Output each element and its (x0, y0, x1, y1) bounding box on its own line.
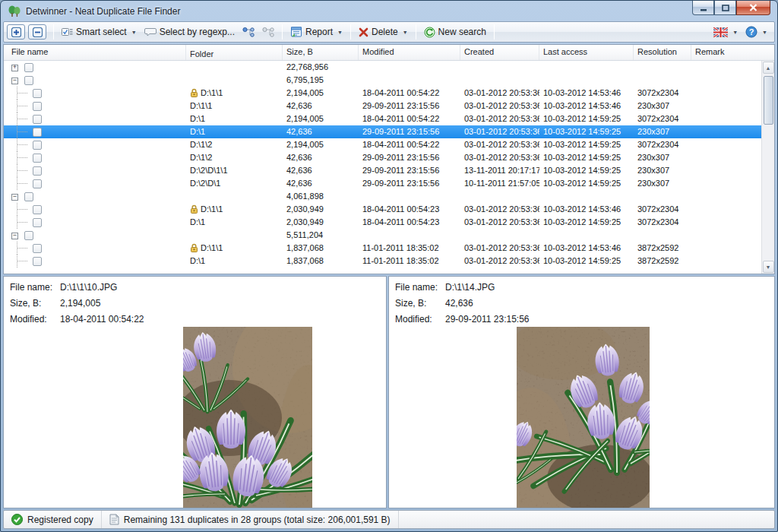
resolution-cell: 3072x2304 (634, 138, 691, 151)
select-by-regexp-button[interactable]: Select by regexp... (141, 25, 239, 39)
created-cell: 03-01-2012 20:53:36 (460, 203, 539, 216)
lock-icon (190, 204, 198, 214)
created-cell: 03-01-2012 20:53:36 (460, 87, 539, 100)
svg-text:?: ? (749, 27, 754, 36)
scroll-up-icon[interactable]: ▲ (763, 62, 774, 74)
vertical-scrollbar[interactable]: ▲ ▼ (761, 61, 774, 274)
minus-icon (33, 27, 43, 37)
row-checkbox[interactable] (24, 76, 33, 85)
ungroup-button[interactable] (258, 25, 278, 39)
row-checkbox[interactable] (24, 231, 33, 240)
report-button[interactable]: Report ▼ (286, 25, 346, 39)
row-checkbox[interactable] (33, 205, 42, 214)
column-header-folder[interactable]: Folder (186, 45, 283, 60)
expand-all-button[interactable] (7, 24, 25, 40)
folder-cell (186, 74, 283, 87)
help-button[interactable]: ? ▼ (742, 24, 771, 40)
table-row[interactable]: JPG14.JPGD:\1\242,63629-09-2011 23:15:56… (4, 151, 774, 164)
created-cell: 13-11-2011 20:17:17 (460, 164, 539, 177)
close-button[interactable] (736, 1, 770, 15)
created-cell (460, 74, 539, 87)
table-row[interactable]: JPG10.JPGD:\1\12,194,00518-04-2011 00:54… (4, 87, 774, 100)
column-header-created[interactable]: Created (460, 45, 539, 60)
table-row[interactable]: −2 images4,061,898 (4, 190, 774, 203)
table-row[interactable]: JPG10.JPGD:\1\22,194,00518-04-2011 00:54… (4, 138, 774, 151)
size-cell: 2,030,949 (283, 216, 359, 229)
tree-expander-icon[interactable]: + (11, 65, 18, 71)
title-bar[interactable]: Detwinner - Neat Duplicate File Finder (3, 1, 775, 21)
row-checkbox[interactable] (33, 89, 42, 98)
maximize-button[interactable] (714, 1, 736, 15)
tree-expander-icon[interactable]: − (11, 233, 18, 239)
column-header-remark[interactable]: Remark (691, 45, 761, 60)
file-name-cell: JPG10.JPG (4, 138, 186, 151)
row-checkbox[interactable] (33, 141, 42, 150)
row-checkbox[interactable] (33, 244, 42, 253)
chevron-down-icon: ▼ (403, 30, 408, 35)
language-selector[interactable]: ▼ (710, 26, 742, 39)
lock-icon (190, 88, 198, 98)
table-row[interactable]: JPG14.JPGD:\2\D\1\142,63629-09-2011 23:1… (4, 164, 774, 177)
size-cell: 6,795,195 (283, 74, 359, 87)
table-row[interactable]: JPG11.JPGD:\1\12,030,94918-04-2011 00:54… (4, 203, 774, 216)
tree-nodes-gray-icon (262, 27, 274, 37)
new-search-button[interactable]: New search (420, 25, 490, 40)
created-cell: 03-01-2012 20:53:36 (460, 242, 539, 255)
delete-button[interactable]: Delete ▼ (355, 25, 412, 39)
row-checkbox[interactable] (24, 63, 33, 72)
table-row[interactable]: −3 images5,511,204 (4, 229, 774, 242)
size-cell: 42,636 (283, 177, 359, 190)
file-name-cell: JPG14.JPG (4, 151, 186, 164)
size-cell: 2,194,005 (283, 138, 359, 151)
last-access-cell: 10-03-2012 14:59:25 (539, 112, 634, 125)
close-icon (749, 4, 757, 11)
row-checkbox[interactable] (33, 166, 42, 176)
remaining-section: Remaining 131 duplicates in 28 groups (t… (102, 511, 399, 528)
column-header-size[interactable]: Size, B (283, 45, 359, 60)
folder-cell (186, 61, 283, 74)
modified-cell: 29-09-2011 23:15:56 (359, 125, 460, 138)
table-row[interactable]: +12 images22,768,956 (4, 61, 774, 74)
collapse-all-button[interactable] (28, 24, 46, 40)
row-checkbox[interactable] (33, 179, 42, 188)
row-checkbox[interactable] (33, 154, 42, 163)
modified-cell: 18-04-2011 00:54:22 (359, 87, 460, 100)
resolution-cell: 230x307 (634, 164, 691, 177)
tree-guide (17, 222, 27, 223)
table-row[interactable]: JPG12.JPGD:\11,837,06811-01-2011 18:35:0… (4, 255, 774, 268)
row-checkbox[interactable] (33, 257, 42, 266)
group-by-button[interactable] (239, 25, 258, 39)
scrollbar-thumb[interactable] (764, 76, 773, 125)
table-row[interactable]: JPG14.JPGD:\1\142,63629-09-2011 23:15:56… (4, 100, 774, 112)
modified-cell (359, 190, 460, 203)
table-row[interactable]: JPG14.JPGD:\2\D\142,63629-09-2011 23:15:… (4, 177, 774, 190)
table-row[interactable]: JPG10.JPGD:\12,194,00518-04-2011 00:54:2… (4, 112, 774, 125)
column-header-modified[interactable]: Modified (359, 45, 460, 60)
smart-select-button[interactable]: Smart select ▼ (58, 25, 141, 39)
tree-expander-icon[interactable]: − (11, 194, 18, 201)
smart-select-icon (62, 27, 73, 36)
file-name-cell: −2 images (4, 190, 186, 203)
chevron-down-icon: ▼ (131, 30, 137, 35)
file-name-cell: JPG10.JPG (4, 112, 186, 125)
tree-expander-icon[interactable]: − (11, 78, 18, 84)
row-checkbox[interactable] (33, 128, 42, 137)
table-body: +12 images22,768,956−8 images6,795,195JP… (4, 61, 774, 274)
column-header-resolution[interactable]: Resolution (634, 45, 691, 60)
table-row[interactable]: JPG14.JPGD:\142,63629-09-2011 23:15:5603… (4, 125, 774, 138)
tree-guide (17, 157, 27, 158)
row-checkbox[interactable] (24, 192, 33, 201)
column-header-file-name[interactable]: File name (4, 45, 186, 60)
file-name-cell: −8 images (4, 74, 186, 87)
last-access-cell: 10-03-2012 14:59:25 (539, 164, 634, 177)
table-row[interactable]: JPG12.JPGD:\1\11,837,06811-01-2011 18:35… (4, 242, 774, 255)
minimize-button[interactable] (692, 1, 714, 15)
table-row[interactable]: JPG11.JPGD:\12,030,94918-04-2011 00:54:2… (4, 216, 774, 229)
row-checkbox[interactable] (33, 115, 42, 124)
column-header-last-access[interactable]: Last access (539, 45, 634, 60)
row-checkbox[interactable] (33, 102, 42, 111)
file-name-cell: JPG14.JPG (4, 100, 186, 112)
scroll-down-icon[interactable]: ▼ (763, 261, 774, 273)
row-checkbox[interactable] (33, 218, 42, 227)
table-row[interactable]: −8 images6,795,195 (4, 74, 774, 87)
